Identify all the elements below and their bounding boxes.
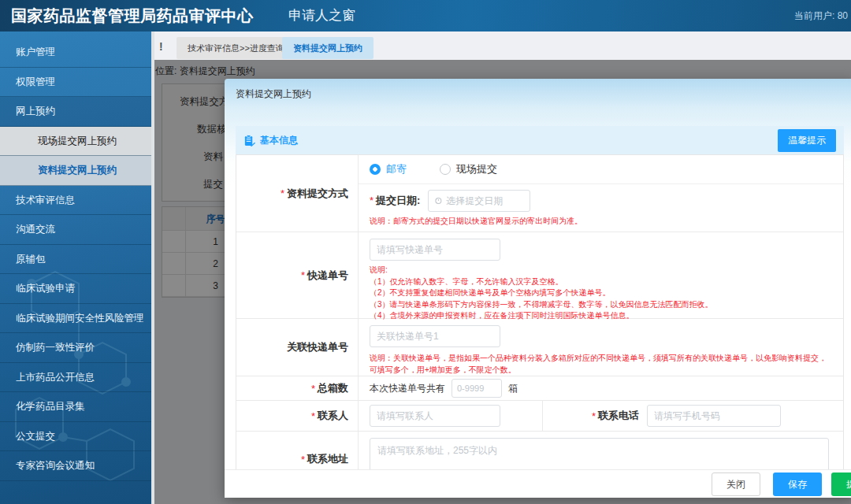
related-tracking-input[interactable] <box>370 325 500 347</box>
sidebar-item-account[interactable]: 账户管理 <box>0 38 151 68</box>
total-boxes-line: 本次快递单号共有 箱 <box>359 376 843 400</box>
label-total-boxes: * 总箱数 <box>236 376 359 400</box>
radio-mail[interactable]: 邮寄 <box>370 162 407 176</box>
row-total-boxes: * 总箱数 本次快递单号共有 箱 <box>236 376 843 401</box>
label-phone: * 联系电话 <box>543 401 639 431</box>
sidebar-item-online-booking[interactable]: 网上预约 <box>0 97 151 127</box>
sidebar: 账户管理 权限管理 网上预约 现场提交网上预约 资料提交网上预约 技术审评信息 … <box>0 32 151 504</box>
save-button[interactable]: 保存 <box>773 472 822 496</box>
section-title: 基本信息 <box>260 134 298 147</box>
contact-input[interactable] <box>370 405 500 427</box>
sidebar-item-communication[interactable]: 沟通交流 <box>0 215 151 245</box>
radio-unselected-icon <box>440 164 451 175</box>
radio-onsite[interactable]: 现场提交 <box>440 162 497 176</box>
row-tracking-no: * 快递单号 说明: （1）仅允许输入数字、字母，不允许输入汉字及空格。 （2）… <box>236 232 843 319</box>
contact-field-cell <box>359 401 543 431</box>
tracking-notes: 说明: （1）仅允许输入数字、字母，不允许输入汉字及空格。 （2）不支持重复创建… <box>359 265 843 322</box>
material-booking-modal: 资料提交网上预约 基本信息 温馨提示 * 资料提交方式 <box>225 79 851 498</box>
row-submit-method: * 资料提交方式 邮寄 现场提交 <box>236 155 843 232</box>
sidebar-menu: 账户管理 权限管理 网上预约 现场提交网上预约 资料提交网上预约 技术审评信息 … <box>0 32 151 481</box>
required-mark: * <box>281 187 284 199</box>
screen: 国家药品监督管理局药品审评中心 申请人之窗 当前用户: 80 账户管理 权限管理… <box>0 0 851 504</box>
sidebar-item-review-info[interactable]: 技术审评信息 <box>0 186 151 216</box>
clipboard-icon <box>243 135 255 146</box>
basic-info-section-bar: 基本信息 温馨提示 <box>236 126 844 154</box>
phone-input[interactable] <box>647 405 781 427</box>
tips-button[interactable]: 温馨提示 <box>778 129 836 152</box>
basic-info-form: * 资料提交方式 邮寄 现场提交 <box>236 154 844 470</box>
label-address: * 联系地址 <box>236 432 359 470</box>
sidebar-item-generic-evaluation[interactable]: 仿制药一致性评价 <box>0 333 151 363</box>
related-note: 说明：关联快递单号，是指如果一个品种资料分装入多箱所对应的不同快递单号，须填写所… <box>359 352 843 376</box>
close-button[interactable]: 关闭 <box>712 472 760 496</box>
phone-field-cell <box>639 401 781 431</box>
modal-footer: 关闭 保存 提交 <box>225 469 851 498</box>
sidebar-item-safety-risk[interactable]: 临床试验期间安全性风险管理 <box>0 304 151 334</box>
current-user: 当前用户: 80 <box>794 0 848 32</box>
address-textarea[interactable] <box>370 438 829 470</box>
portal-title: 申请人之窗 <box>288 0 355 32</box>
submit-button[interactable]: 提交 <box>831 472 851 496</box>
content-scrollbar[interactable] <box>151 32 154 504</box>
method-radio-group: 邮寄 现场提交 <box>359 155 843 184</box>
label-submit-method: * 资料提交方式 <box>236 155 359 232</box>
radio-selected-icon <box>370 164 381 175</box>
tracking-no-input[interactable] <box>370 239 500 261</box>
sidebar-item-raw-materials[interactable]: 原辅包 <box>0 245 151 275</box>
row-related-tracking: 关联快递单号 说明：关联快递单号，是指如果一个品种资料分装入多箱所对应的不同快递… <box>236 319 843 376</box>
sidebar-item-expert-meeting[interactable]: 专家咨询会议通知 <box>0 451 151 481</box>
app-title: 国家药品监督管理局药品审评中心 <box>11 0 254 32</box>
app-header: 国家药品监督管理局药品审评中心 申请人之窗 当前用户: 80 <box>0 0 851 32</box>
sidebar-item-chemical-catalog[interactable]: 化学药品目录集 <box>0 392 151 422</box>
sidebar-item-document-submit[interactable]: 公文提交 <box>0 422 151 452</box>
label-related-tracking: 关联快递单号 <box>236 319 359 376</box>
total-boxes-input[interactable] <box>452 379 502 398</box>
tab-review-progress[interactable]: 技术审评信息>>进度查询 <box>177 37 295 59</box>
row-address: * 联系地址 <box>236 432 843 470</box>
label-tracking-no: * 快递单号 <box>236 232 359 318</box>
sidebar-item-marketed-drug-info[interactable]: 上市药品公开信息 <box>0 363 151 393</box>
method-note: 说明：邮寄方式的提交日期以快递官网显示的寄出时间为准。 <box>359 215 843 227</box>
sidebar-item-permission[interactable]: 权限管理 <box>0 68 151 98</box>
sidebar-item-clinical-trial[interactable]: 临床试验申请 <box>0 274 151 304</box>
tab-bar: ! 技术审评信息>>进度查询 资料提交网上预约 <box>151 36 851 60</box>
submit-date-field[interactable] <box>428 190 530 212</box>
alert-icon: ! <box>159 40 163 53</box>
date-icon <box>435 197 442 205</box>
submit-date-input[interactable] <box>446 195 523 206</box>
modal-title: 资料提交网上预约 <box>225 79 851 109</box>
row-contact: * 联系人 * 联系电话 <box>236 401 843 432</box>
label-contact: * 联系人 <box>236 401 359 431</box>
submit-date-line: *提交日期: <box>359 190 843 212</box>
label-submit-date: *提交日期: <box>370 194 420 208</box>
sidebar-item-material-booking[interactable]: 资料提交网上预约 <box>0 156 151 186</box>
tab-material-booking[interactable]: 资料提交网上预约 <box>282 37 373 59</box>
sidebar-item-onsite-booking[interactable]: 现场提交网上预约 <box>0 127 151 157</box>
